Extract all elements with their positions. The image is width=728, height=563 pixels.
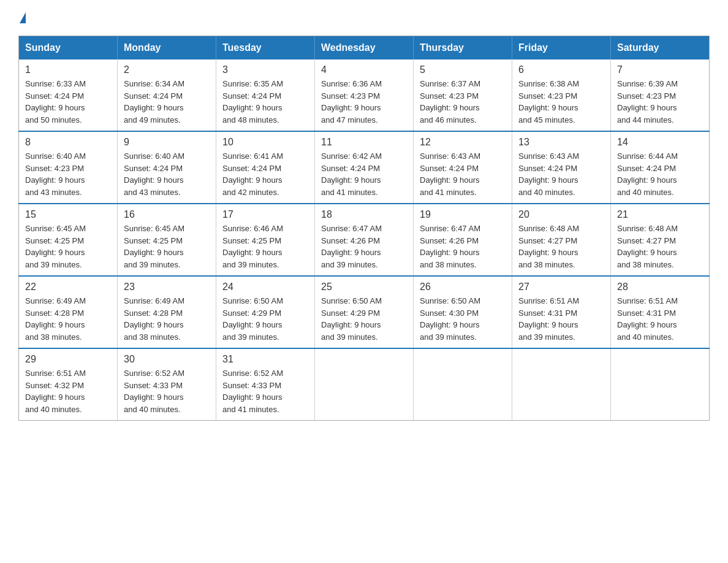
day-info: Sunrise: 6:51 AMSunset: 4:32 PMDaylight:… — [25, 367, 111, 415]
day-number: 29 — [25, 354, 111, 365]
day-number: 14 — [617, 137, 703, 148]
calendar-cell: 14 Sunrise: 6:44 AMSunset: 4:24 PMDaylig… — [611, 131, 710, 204]
logo-triangle-icon — [20, 12, 26, 23]
day-info: Sunrise: 6:35 AMSunset: 4:24 PMDaylight:… — [222, 78, 308, 126]
day-info: Sunrise: 6:49 AMSunset: 4:28 PMDaylight:… — [25, 295, 111, 343]
calendar-cell: 27 Sunrise: 6:51 AMSunset: 4:31 PMDaylig… — [512, 276, 611, 348]
calendar-table: SundayMondayTuesdayWednesdayThursdayFrid… — [18, 36, 710, 421]
calendar-cell: 23 Sunrise: 6:49 AMSunset: 4:28 PMDaylig… — [118, 276, 216, 348]
weekday-header-tuesday: Tuesday — [216, 36, 315, 60]
day-number: 31 — [222, 354, 308, 365]
day-info: Sunrise: 6:43 AMSunset: 4:24 PMDaylight:… — [420, 150, 506, 198]
day-number: 10 — [222, 137, 308, 148]
calendar-cell: 24 Sunrise: 6:50 AMSunset: 4:29 PMDaylig… — [216, 276, 315, 348]
calendar-cell: 12 Sunrise: 6:43 AMSunset: 4:24 PMDaylig… — [414, 131, 512, 204]
day-number: 22 — [25, 282, 111, 293]
calendar-cell: 31 Sunrise: 6:52 AMSunset: 4:33 PMDaylig… — [216, 348, 315, 421]
day-info: Sunrise: 6:38 AMSunset: 4:23 PMDaylight:… — [518, 78, 604, 126]
day-number: 11 — [321, 137, 407, 148]
day-info: Sunrise: 6:47 AMSunset: 4:26 PMDaylight:… — [321, 223, 407, 270]
weekday-header-friday: Friday — [512, 36, 611, 60]
day-info: Sunrise: 6:49 AMSunset: 4:28 PMDaylight:… — [124, 295, 210, 343]
day-info: Sunrise: 6:40 AMSunset: 4:24 PMDaylight:… — [124, 150, 210, 198]
day-number: 8 — [25, 137, 111, 148]
calendar-cell: 29 Sunrise: 6:51 AMSunset: 4:32 PMDaylig… — [19, 348, 118, 421]
calendar-header-row: SundayMondayTuesdayWednesdayThursdayFrid… — [19, 36, 710, 60]
day-number: 20 — [518, 209, 604, 220]
weekday-header-sunday: Sunday — [19, 36, 118, 60]
calendar-cell — [414, 348, 512, 421]
day-number: 9 — [124, 137, 210, 148]
day-info: Sunrise: 6:42 AMSunset: 4:24 PMDaylight:… — [321, 150, 407, 198]
day-info: Sunrise: 6:51 AMSunset: 4:31 PMDaylight:… — [617, 295, 703, 343]
day-number: 28 — [617, 282, 703, 293]
day-number: 7 — [617, 64, 703, 75]
day-number: 26 — [420, 282, 506, 293]
day-info: Sunrise: 6:52 AMSunset: 4:33 PMDaylight:… — [124, 367, 210, 415]
day-number: 30 — [124, 354, 210, 365]
day-number: 19 — [420, 209, 506, 220]
day-info: Sunrise: 6:52 AMSunset: 4:33 PMDaylight:… — [222, 367, 308, 415]
calendar-week-row: 1 Sunrise: 6:33 AMSunset: 4:24 PMDayligh… — [19, 59, 710, 131]
weekday-header-monday: Monday — [118, 36, 216, 60]
calendar-cell: 10 Sunrise: 6:41 AMSunset: 4:24 PMDaylig… — [216, 131, 315, 204]
calendar-cell: 18 Sunrise: 6:47 AMSunset: 4:26 PMDaylig… — [315, 204, 414, 276]
calendar-cell: 30 Sunrise: 6:52 AMSunset: 4:33 PMDaylig… — [118, 348, 216, 421]
calendar-cell — [512, 348, 611, 421]
logo — [18, 12, 27, 23]
calendar-cell: 8 Sunrise: 6:40 AMSunset: 4:23 PMDayligh… — [19, 131, 118, 204]
day-info: Sunrise: 6:50 AMSunset: 4:30 PMDaylight:… — [420, 295, 506, 343]
page-header — [18, 12, 710, 23]
day-number: 13 — [518, 137, 604, 148]
day-info: Sunrise: 6:40 AMSunset: 4:23 PMDaylight:… — [25, 150, 111, 198]
day-number: 24 — [222, 282, 308, 293]
day-number: 18 — [321, 209, 407, 220]
calendar-cell — [611, 348, 710, 421]
day-info: Sunrise: 6:45 AMSunset: 4:25 PMDaylight:… — [25, 223, 111, 270]
calendar-cell: 7 Sunrise: 6:39 AMSunset: 4:23 PMDayligh… — [611, 59, 710, 131]
day-number: 17 — [222, 209, 308, 220]
calendar-cell: 4 Sunrise: 6:36 AMSunset: 4:23 PMDayligh… — [315, 59, 414, 131]
calendar-cell: 11 Sunrise: 6:42 AMSunset: 4:24 PMDaylig… — [315, 131, 414, 204]
weekday-header-saturday: Saturday — [611, 36, 710, 60]
day-number: 16 — [124, 209, 210, 220]
day-info: Sunrise: 6:48 AMSunset: 4:27 PMDaylight:… — [518, 223, 604, 270]
day-info: Sunrise: 6:34 AMSunset: 4:24 PMDaylight:… — [124, 78, 210, 126]
calendar-cell: 17 Sunrise: 6:46 AMSunset: 4:25 PMDaylig… — [216, 204, 315, 276]
day-info: Sunrise: 6:50 AMSunset: 4:29 PMDaylight:… — [321, 295, 407, 343]
day-number: 23 — [124, 282, 210, 293]
day-number: 12 — [420, 137, 506, 148]
day-number: 1 — [25, 64, 111, 75]
day-number: 25 — [321, 282, 407, 293]
calendar-week-row: 8 Sunrise: 6:40 AMSunset: 4:23 PMDayligh… — [19, 131, 710, 204]
day-info: Sunrise: 6:44 AMSunset: 4:24 PMDaylight:… — [617, 150, 703, 198]
day-info: Sunrise: 6:46 AMSunset: 4:25 PMDaylight:… — [222, 223, 308, 270]
day-number: 15 — [25, 209, 111, 220]
calendar-cell: 28 Sunrise: 6:51 AMSunset: 4:31 PMDaylig… — [611, 276, 710, 348]
day-info: Sunrise: 6:45 AMSunset: 4:25 PMDaylight:… — [124, 223, 210, 270]
day-info: Sunrise: 6:50 AMSunset: 4:29 PMDaylight:… — [222, 295, 308, 343]
calendar-cell: 22 Sunrise: 6:49 AMSunset: 4:28 PMDaylig… — [19, 276, 118, 348]
day-info: Sunrise: 6:47 AMSunset: 4:26 PMDaylight:… — [420, 223, 506, 270]
calendar-cell — [315, 348, 414, 421]
calendar-cell: 26 Sunrise: 6:50 AMSunset: 4:30 PMDaylig… — [414, 276, 512, 348]
calendar-cell: 25 Sunrise: 6:50 AMSunset: 4:29 PMDaylig… — [315, 276, 414, 348]
day-info: Sunrise: 6:43 AMSunset: 4:24 PMDaylight:… — [518, 150, 604, 198]
calendar-cell: 3 Sunrise: 6:35 AMSunset: 4:24 PMDayligh… — [216, 59, 315, 131]
calendar-cell: 13 Sunrise: 6:43 AMSunset: 4:24 PMDaylig… — [512, 131, 611, 204]
day-number: 27 — [518, 282, 604, 293]
day-number: 3 — [222, 64, 308, 75]
day-number: 4 — [321, 64, 407, 75]
calendar-week-row: 22 Sunrise: 6:49 AMSunset: 4:28 PMDaylig… — [19, 276, 710, 348]
day-info: Sunrise: 6:37 AMSunset: 4:23 PMDaylight:… — [420, 78, 506, 126]
calendar-cell: 9 Sunrise: 6:40 AMSunset: 4:24 PMDayligh… — [118, 131, 216, 204]
day-info: Sunrise: 6:48 AMSunset: 4:27 PMDaylight:… — [617, 223, 703, 270]
day-info: Sunrise: 6:39 AMSunset: 4:23 PMDaylight:… — [617, 78, 703, 126]
day-number: 5 — [420, 64, 506, 75]
weekday-header-thursday: Thursday — [414, 36, 512, 60]
day-number: 21 — [617, 209, 703, 220]
calendar-cell: 15 Sunrise: 6:45 AMSunset: 4:25 PMDaylig… — [19, 204, 118, 276]
day-info: Sunrise: 6:41 AMSunset: 4:24 PMDaylight:… — [222, 150, 308, 198]
day-info: Sunrise: 6:36 AMSunset: 4:23 PMDaylight:… — [321, 78, 407, 126]
calendar-cell: 6 Sunrise: 6:38 AMSunset: 4:23 PMDayligh… — [512, 59, 611, 131]
